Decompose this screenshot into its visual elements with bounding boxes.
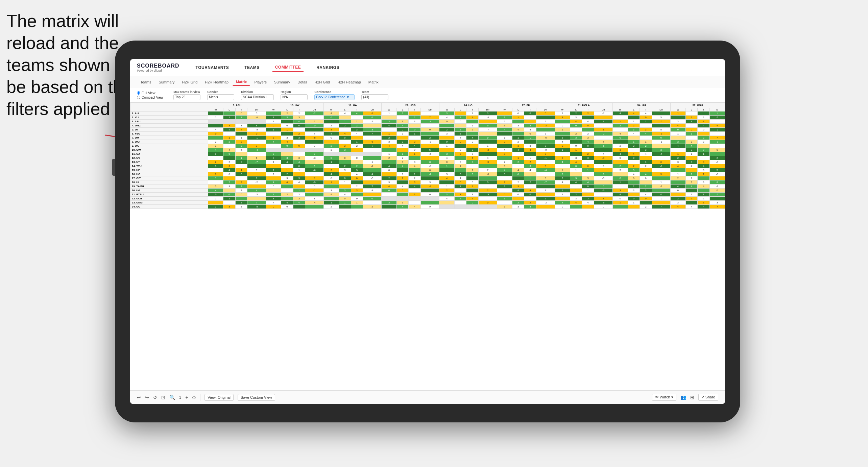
- cell-r21-g4-c3[interactable]: [479, 197, 497, 201]
- cell-r1-g3-c3[interactable]: 7: [421, 116, 439, 120]
- cell-r10-g5-c3[interactable]: 0: [536, 152, 555, 156]
- cell-r19-g6-c1[interactable]: 1: [570, 189, 582, 193]
- cell-r14-g3-c2[interactable]: [409, 168, 421, 172]
- cell-r1-g1-c3[interactable]: [305, 116, 324, 120]
- sub-nav-h2h-grid[interactable]: H2H Grid: [178, 79, 201, 85]
- cell-r13-g1-c1[interactable]: [281, 164, 293, 168]
- cell-r4-g1-c2[interactable]: [293, 128, 305, 132]
- cell-r19-g0-c1[interactable]: [223, 189, 236, 193]
- cell-r1-g5-c2[interactable]: 1: [524, 116, 536, 120]
- cell-r6-g7-c0[interactable]: 0: [613, 136, 628, 140]
- cell-r22-g0-c1[interactable]: [223, 201, 236, 205]
- cell-r10-g7-c3[interactable]: -4: [652, 152, 670, 156]
- cell-r11-g7-c3[interactable]: [652, 156, 670, 160]
- cell-r0-g3-c1[interactable]: 1: [396, 112, 409, 116]
- cell-r23-g3-c3[interactable]: 9: [421, 205, 439, 209]
- cell-r13-g6-c0[interactable]: [555, 164, 570, 168]
- cell-r12-g7-c1[interactable]: [628, 160, 640, 164]
- cell-r5-g2-c0[interactable]: 4: [324, 132, 339, 136]
- cell-r21-g0-c2[interactable]: [235, 197, 247, 201]
- cell-r6-g6-c1[interactable]: 3: [570, 136, 582, 140]
- cell-r14-g8-c1[interactable]: [685, 168, 698, 172]
- cell-r22-g2-c2[interactable]: 1: [351, 201, 363, 205]
- cell-r3-g5-c3[interactable]: -3: [536, 124, 555, 128]
- cell-r3-g2-c1[interactable]: 2: [339, 124, 351, 128]
- cell-r15-g2-c2[interactable]: 4: [351, 172, 363, 176]
- gender-select[interactable]: Men's Women's: [207, 94, 234, 100]
- cell-r20-g8-c1[interactable]: 1: [685, 193, 698, 197]
- cell-r0-g2-c2[interactable]: 4: [351, 112, 363, 116]
- cell-r16-g2-c2[interactable]: 0: [351, 176, 363, 180]
- cell-r9-g6-c1[interactable]: 1: [570, 148, 582, 152]
- refresh-icon[interactable]: ↺: [153, 395, 157, 400]
- cell-r20-g0-c0[interactable]: 0: [208, 193, 223, 197]
- cell-r10-g6-c2[interactable]: 2: [582, 152, 594, 156]
- cell-r5-g0-c1[interactable]: [223, 132, 236, 136]
- cell-r18-g5-c3[interactable]: [536, 185, 555, 189]
- cell-r16-g0-c1[interactable]: [223, 176, 236, 180]
- conference-select[interactable]: Pac-12 Conference ▼ (All) ACC Big Ten: [314, 94, 355, 100]
- cell-r10-g0-c2[interactable]: [235, 152, 247, 156]
- cell-r20-g6-c0[interactable]: 2: [555, 193, 570, 197]
- cell-r15-g1-c0[interactable]: 2: [266, 172, 281, 176]
- region-select[interactable]: N/A East West: [281, 94, 308, 100]
- cell-r17-g0-c2[interactable]: 2: [235, 180, 247, 185]
- cell-r15-g7-c3[interactable]: 9: [652, 172, 670, 176]
- cell-r21-g5-c2[interactable]: [524, 197, 536, 201]
- cell-r0-g3-c0[interactable]: 1: [382, 112, 397, 116]
- cell-r9-g1-c2[interactable]: [293, 148, 305, 152]
- cell-r16-g6-c3[interactable]: -3: [594, 176, 612, 180]
- cell-r11-g6-c2[interactable]: 3: [582, 156, 594, 160]
- cell-r21-g8-c2[interactable]: 2: [698, 197, 710, 201]
- cell-r17-g2-c2[interactable]: [351, 180, 363, 185]
- cell-r7-g6-c2[interactable]: 4: [582, 140, 594, 144]
- cell-r9-g4-c1[interactable]: 2: [454, 148, 466, 152]
- cell-r22-g1-c1[interactable]: 4: [281, 201, 293, 205]
- cell-r2-g3-c3[interactable]: -8: [421, 120, 439, 124]
- cell-r12-g6-c3[interactable]: [594, 160, 612, 164]
- cell-r8-g1-c1[interactable]: 0: [281, 144, 293, 148]
- cell-r2-g5-c3[interactable]: 2: [536, 120, 555, 124]
- cell-r5-g1-c1[interactable]: [281, 132, 293, 136]
- nav-rankings[interactable]: RANKINGS: [314, 64, 342, 72]
- cell-r15-g8-c2[interactable]: 1: [698, 172, 710, 176]
- cell-r11-g6-c1[interactable]: 3: [570, 156, 582, 160]
- cell-r13-g7-c3[interactable]: -7: [652, 164, 670, 168]
- cell-r6-g4-c2[interactable]: 4: [466, 136, 479, 140]
- cell-r17-g6-c1[interactable]: 4: [570, 180, 582, 185]
- cell-r10-g6-c1[interactable]: [570, 152, 582, 156]
- cell-r21-g6-c3[interactable]: 8: [594, 197, 612, 201]
- cell-r5-g8-c3[interactable]: [709, 132, 725, 136]
- cell-r4-g1-c0[interactable]: 1: [266, 128, 281, 132]
- cell-r4-g7-c0[interactable]: [613, 128, 628, 132]
- cell-r12-g2-c1[interactable]: [339, 160, 351, 164]
- cell-r11-g4-c3[interactable]: 4: [479, 156, 497, 160]
- cell-r1-g3-c0[interactable]: [382, 116, 397, 120]
- cell-r4-g0-c2[interactable]: 4: [235, 128, 247, 132]
- cell-r19-g1-c2[interactable]: 1: [293, 189, 305, 193]
- cell-r6-g4-c0[interactable]: [439, 136, 455, 140]
- cell-r4-g5-c0[interactable]: 4: [497, 128, 512, 132]
- cell-r15-g6-c2[interactable]: [582, 172, 594, 176]
- cell-r15-g4-c3[interactable]: -8: [479, 172, 497, 176]
- cell-r23-g5-c0[interactable]: 3: [497, 205, 512, 209]
- cell-r19-g4-c0[interactable]: 2: [439, 189, 455, 193]
- cell-r10-g2-c3[interactable]: [363, 152, 382, 156]
- cell-r12-g6-c2[interactable]: [582, 160, 594, 164]
- cell-r10-g5-c2[interactable]: [524, 152, 536, 156]
- cell-r13-g7-c1[interactable]: 2: [628, 164, 640, 168]
- cell-r7-g5-c1[interactable]: 2: [512, 140, 524, 144]
- cell-r7-g6-c1[interactable]: [570, 140, 582, 144]
- cell-r6-g0-c0[interactable]: [208, 136, 223, 140]
- cell-r10-g0-c0[interactable]: 0: [208, 152, 223, 156]
- cell-r21-g2-c0[interactable]: [324, 197, 339, 201]
- cell-r14-g1-c2[interactable]: 1: [293, 168, 305, 172]
- cell-r19-g8-c3[interactable]: 0: [709, 189, 725, 193]
- cell-r13-g2-c3[interactable]: -2: [363, 164, 382, 168]
- cell-r5-g8-c0[interactable]: 1: [670, 132, 685, 136]
- cell-r22-g2-c3[interactable]: [363, 201, 382, 205]
- cell-r5-g2-c1[interactable]: 4: [339, 132, 351, 136]
- cell-r9-g2-c3[interactable]: [363, 148, 382, 152]
- cell-r2-g5-c1[interactable]: [512, 120, 524, 124]
- cell-r21-g1-c2[interactable]: 3: [293, 197, 305, 201]
